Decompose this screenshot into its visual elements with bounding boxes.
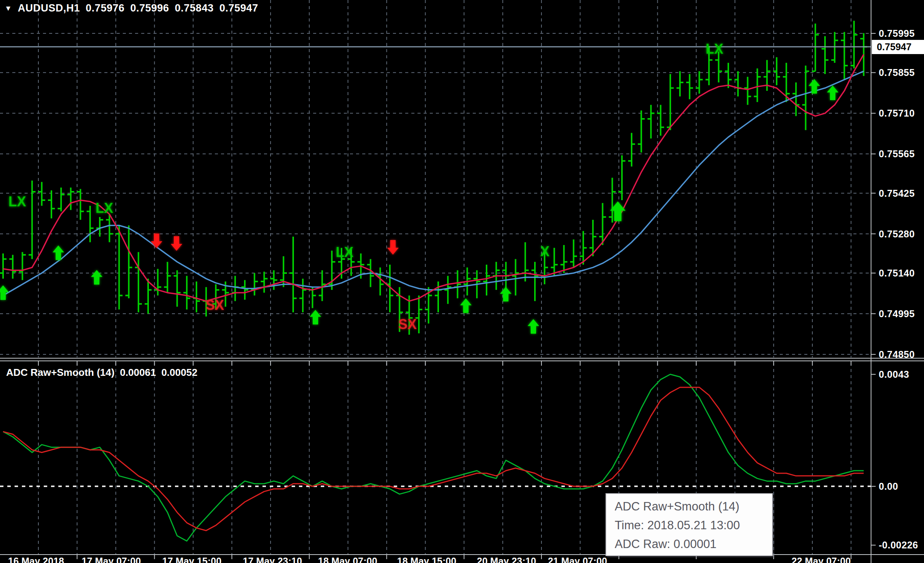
- short-exit-label: SX: [206, 297, 224, 313]
- ohlc-open-value: 0.75976: [86, 2, 124, 14]
- current-price-tag: 0.75947: [872, 40, 924, 54]
- indicator-axis-label: 0.00: [879, 481, 898, 492]
- buy-arrow-icon: [460, 298, 472, 313]
- sell-arrow-icon: [151, 234, 162, 248]
- price-axis-label: 0.75995: [879, 28, 915, 39]
- indicator-value-raw: 0.00061: [120, 367, 156, 379]
- price-axis-label: 0.74995: [879, 308, 915, 319]
- time-axis-label: 20 May 23:10: [477, 556, 536, 563]
- buy-arrow-icon: [827, 86, 838, 100]
- time-axis-label: 18 May 15:00: [397, 556, 456, 563]
- time-axis-label: 16 May 2018: [8, 556, 64, 563]
- tooltip-time-value: Time: 2018.05.21 13:00: [615, 516, 772, 535]
- long-exit-label: LX: [8, 194, 26, 209]
- long-exit-label: X: [540, 244, 549, 259]
- long-exit-label: LX: [336, 244, 353, 260]
- time-axis-label: 18 May 07:00: [318, 556, 377, 563]
- collapse-icon[interactable]: ▼: [5, 3, 12, 13]
- buy-arrow-icon: [528, 319, 539, 334]
- indicator-value-smooth: 0.00052: [161, 367, 197, 379]
- price-axis-label: 0.75710: [879, 108, 915, 119]
- price-axis-label: 0.75280: [879, 228, 915, 239]
- time-axis-label: 17 May 23:10: [243, 556, 302, 563]
- sell-arrow-icon: [171, 236, 182, 251]
- buy-arrow-icon: [500, 287, 512, 301]
- ohlc-low-value: 0.75843: [175, 2, 214, 14]
- buy-arrow-icon: [808, 79, 820, 94]
- long-exit-label: LX: [96, 200, 113, 216]
- price-axis-label: 0.75565: [879, 148, 915, 160]
- time-axis-label: 22 May 07:00: [792, 556, 851, 563]
- chart-canvas[interactable]: LXLXLXXLXSXSX: [0, 0, 924, 563]
- indicator-header: ADC Raw+Smooth (14) 0.00061 0.00052: [6, 367, 197, 379]
- price-axis-label: 0.75425: [879, 188, 915, 199]
- sell-arrow-icon: [387, 240, 399, 255]
- price-axis-label: 0.75855: [879, 67, 915, 78]
- ohlc-close-value: 0.75947: [219, 2, 258, 14]
- indicator-title: ADC Raw+Smooth (14): [6, 367, 114, 379]
- ohlc-high-value: 0.75996: [130, 2, 169, 14]
- mt4-chart-window: LXLXLXXLXSXSX ▼ AUDUSD,H1 0.75976 0.7599…: [0, 0, 924, 563]
- symbol-period-label: AUDUSD,H1: [18, 2, 80, 14]
- price-axis-label: 0.75140: [879, 268, 915, 279]
- price-axis-label: 0.74850: [879, 349, 915, 360]
- indicator-axis-label: 0.0043: [879, 369, 909, 380]
- time-axis-label: 17 May 15:00: [162, 556, 221, 563]
- long-exit-label: LX: [706, 41, 723, 57]
- chart-header: ▼ AUDUSD,H1 0.75976 0.75996 0.75843 0.75…: [5, 2, 258, 14]
- time-axis-label: 17 May 07:00: [82, 556, 141, 563]
- short-exit-label: SX: [398, 316, 417, 332]
- tooltip-indicator-name: ADC Raw+Smooth (14): [615, 497, 772, 516]
- tooltip-adc-raw-value: ADC Raw: 0.00001: [615, 535, 772, 553]
- time-axis-label: 21 May 07:00: [548, 556, 607, 563]
- buy-arrow-icon: [91, 270, 102, 285]
- indicator-tooltip: ADC Raw+Smooth (14) Time: 2018.05.21 13:…: [606, 493, 773, 556]
- buy-arrow-icon: [310, 310, 321, 324]
- indicator-axis-label: -0.00226: [879, 540, 918, 551]
